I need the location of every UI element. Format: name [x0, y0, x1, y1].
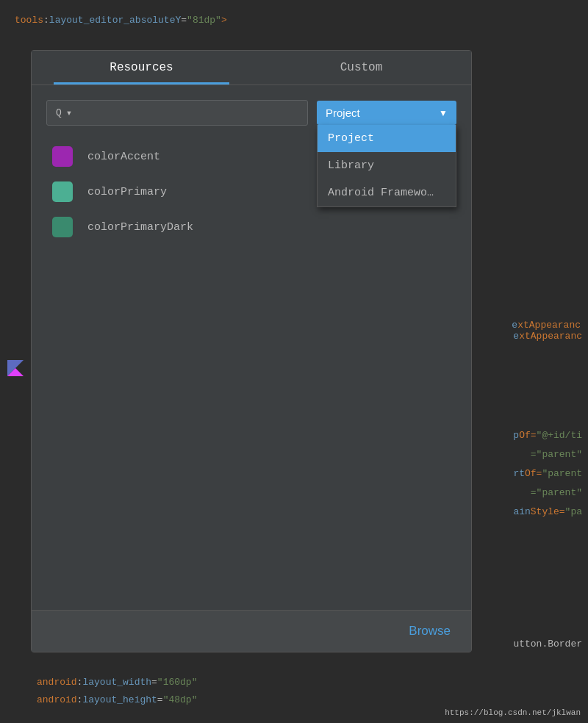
- dialog-footer: Browse: [32, 610, 471, 652]
- dropdown-selected-label: Project: [326, 107, 360, 119]
- tab-resources[interactable]: Resources: [32, 51, 251, 84]
- dropdown-item-project[interactable]: Project: [318, 125, 456, 152]
- kotlin-icon: [7, 360, 24, 376]
- color-swatch-accent: [52, 146, 73, 167]
- search-icon: Q: [56, 107, 62, 118]
- color-name-accent: colorAccent: [87, 151, 160, 163]
- dropdown-menu: Project Library Android Framewo…: [317, 125, 456, 207]
- dropdown-arrow-icon: ▼: [439, 108, 448, 118]
- resource-dialog: Resources Custom Q ▾ Project ▼: [31, 50, 472, 652]
- color-swatch-primary-dark: [52, 217, 73, 237]
- dialog-content: Q ▾ Project ▼ Project Library: [32, 85, 471, 610]
- filter-dropdown-button[interactable]: Project ▼: [317, 101, 456, 125]
- code-right-middle: pOf="@+id/ti ="parent" rtOf="parent ="pa…: [513, 426, 582, 522]
- search-dropdown-indicator: ▾: [66, 107, 72, 119]
- color-name-primary: colorPrimary: [87, 186, 167, 198]
- browse-button[interactable]: Browse: [403, 621, 456, 641]
- list-item[interactable]: colorPrimaryDark: [46, 214, 456, 240]
- dropdown-item-library[interactable]: Library: [318, 152, 456, 179]
- filter-dropdown-container: Project ▼ Project Library Android Framew…: [317, 101, 456, 125]
- color-name-primary-dark: colorPrimaryDark: [87, 221, 193, 234]
- search-input-container[interactable]: Q ▾: [46, 100, 308, 126]
- color-swatch-primary: [52, 181, 73, 202]
- dropdown-item-android-framework[interactable]: Android Framewo…: [318, 179, 456, 206]
- url-bar: https://blog.csdn.net/jklwan: [445, 708, 581, 717]
- controls-row: Q ▾ Project ▼ Project Library: [46, 100, 456, 126]
- code-right-bottom: utton.Border: [513, 639, 582, 650]
- code-bottom: android:layout_width="160dp" android:lay…: [37, 674, 197, 708]
- dialog-tabs: Resources Custom: [32, 51, 471, 85]
- tab-custom[interactable]: Custom: [251, 51, 471, 84]
- code-right-top: extAppearanc: [513, 331, 582, 342]
